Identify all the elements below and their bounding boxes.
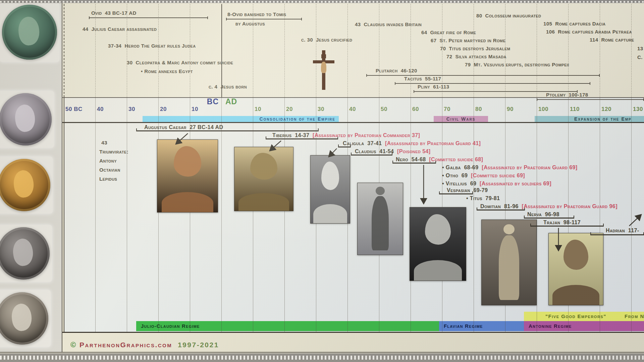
triumvirate-member: Antony <box>99 156 128 165</box>
reign-bar-domitian <box>477 209 525 210</box>
axis-tick-label: 40 <box>97 106 104 113</box>
axis-tick-label: 40 <box>349 106 356 113</box>
axis-tick-label: 50 <box>381 106 387 113</box>
emperor-label-titus: • Titus 79-81 <box>466 195 500 201</box>
crucifix-title-board <box>321 54 326 58</box>
emperor-name: Trajan 98-117 <box>543 220 581 225</box>
axis-tick-label: 120 <box>601 106 611 113</box>
axis-tick-label: 50 BC <box>65 106 83 113</box>
triumvirate-year: 43 <box>99 138 128 147</box>
emperor-name: Domitian 81-96 <box>480 203 522 209</box>
event-label: c. 4 Jesus born <box>209 84 247 89</box>
bust-shoulders <box>238 193 289 211</box>
bust-head <box>174 146 202 177</box>
decade-gridline-chart <box>631 97 632 332</box>
five-good-emperors-quote: "Five Good Emperors" <box>545 312 606 321</box>
decade-gridline-chart <box>64 97 64 332</box>
horizontal-rule <box>62 122 644 123</box>
portrait-tiberius <box>234 147 293 211</box>
emperor-label-galba: • Galba 68-69 [Assassinated by Praetoria… <box>442 165 578 171</box>
emperor-label-otho: • Otho 69 [Committed suicide 69] <box>442 173 525 179</box>
emperor-label-tiberius: Tiberius 14-37 [Assassinated by Praetori… <box>272 132 420 138</box>
event-label: 79 Mt. Vesuvius erupts, destroying Pompe… <box>465 62 569 67</box>
era-band-expansion-of-the-emp: Expansion of the Emp <box>535 116 644 122</box>
statue-body <box>372 196 389 251</box>
decade-gridline-events <box>600 4 600 97</box>
event-label: by Augustus <box>235 21 265 26</box>
emperor-fate-note: [Assassinated by Praetorian Commander 37… <box>313 132 420 138</box>
axis-tick-label: 110 <box>570 106 580 113</box>
event-label: 13 <box>637 46 643 51</box>
emperor-fate-note: [Assassinated by Praetorian Guard 96] <box>522 203 618 209</box>
film-strip-bottom <box>0 353 644 362</box>
emperor-label-trajan: Trajan 98-117 <box>543 220 581 226</box>
axis-tick-label: 60 <box>412 106 419 113</box>
reign-bar-nerva <box>524 218 574 219</box>
emperor-label-claudius: Claudius 41-54 [Poisoned 54] <box>355 148 430 155</box>
event-label: C. <box>637 54 643 60</box>
axis-tick-label: 30 <box>128 106 135 113</box>
regime-band-antonine-regime: Antonine Regime <box>524 321 644 331</box>
bust-shoulders <box>552 285 599 305</box>
decade-gridline-chart <box>95 97 96 332</box>
portrait-claudius <box>357 183 403 255</box>
triumvirate-member: Lepidus <box>99 174 128 183</box>
reign-bar-augustus <box>136 130 319 131</box>
decade-gridline-chart <box>190 97 190 332</box>
reign-bar-nero <box>392 163 436 164</box>
portrait-trajan <box>548 233 603 305</box>
coin-emperor-profile <box>12 169 35 199</box>
sprocket-holes <box>0 1 644 3</box>
bc-era-label: BC <box>199 97 219 106</box>
event-label: 43 Claudius invades Britain <box>355 21 422 27</box>
decade-gridline-events <box>64 4 64 97</box>
coin-bronze-green <box>2 5 57 60</box>
decade-gridline-chart <box>158 97 159 332</box>
event-label: 44 Julius Caesar assassinated <box>83 26 157 32</box>
sprocket-holes <box>0 356 644 360</box>
emperor-fate-note: [Poisoned 54] <box>397 148 431 154</box>
bust-head <box>321 162 339 190</box>
bust-head <box>564 240 589 270</box>
event-label: 80 Colosseum inaugurated <box>476 13 541 18</box>
reign-bar-hadrian <box>590 234 644 235</box>
horizontal-rule <box>62 332 644 333</box>
poster-bottom-frame <box>0 352 644 353</box>
decade-gridline-events <box>284 4 285 97</box>
emperor-label-domitian: Domitian 81-96 [Assassinated by Praetori… <box>480 203 618 209</box>
writer-label: Pliny 61-113 <box>418 84 449 89</box>
emperor-name: • Titus 79-81 <box>466 195 500 201</box>
crucifix-icon <box>313 50 334 90</box>
copyright-years: 1997-2021 <box>178 341 219 349</box>
emperor-name: Vespasian 69-79 <box>447 187 488 193</box>
coin-silver-lilac <box>0 93 52 145</box>
publisher-name: ParthenonGraphics.com <box>79 341 172 349</box>
portrait-augustus <box>157 139 218 213</box>
emperor-label-vitellius: • Vitellius 69 [Assassinated by soldiers… <box>442 181 551 187</box>
decade-gridline-chart <box>253 97 253 332</box>
emperor-name: • Vitellius 69 <box>442 181 480 186</box>
event-label: 8-Ovid banished to Tomis <box>227 11 286 17</box>
decade-gridline-events <box>347 4 348 97</box>
event-label: 106 Rome captures Arabia Petraea <box>546 29 632 35</box>
emperor-label-vespasian: Vespasian 69-79 <box>447 187 488 193</box>
axis-tick-label: 70 <box>444 106 450 113</box>
event-underline <box>89 17 208 18</box>
emperor-fate-note: [Assassinated by Praetorian Guard 41] <box>385 140 481 146</box>
reign-bar-trajan <box>530 226 604 227</box>
writer-label: Tacitus 55-117 <box>404 76 441 81</box>
writer-lifespan-line <box>366 75 600 76</box>
reign-bar-caligula <box>338 146 351 147</box>
emperor-name: • Galba 68-69 <box>442 165 482 170</box>
emperor-fate-note: [Committed suicide 69] <box>471 173 525 178</box>
statue-body <box>499 235 520 300</box>
decade-gridline-chart <box>221 97 222 332</box>
writer-label: Ptolemy 100-178 <box>546 92 588 98</box>
triumvirate-member: Octavian <box>99 165 128 174</box>
emperor-label-hadrian: Hadrian 117- <box>606 228 639 234</box>
timeline-poster: BC AD 43 Triumvirate: Antony Octavian Le… <box>0 0 644 362</box>
emperor-label-augustus: Augustus Caesar 27 BC-14 AD <box>144 124 223 130</box>
statue-head <box>376 187 385 195</box>
bust-head <box>425 214 451 245</box>
event-label: 64 Great fire of Rome <box>421 29 476 35</box>
